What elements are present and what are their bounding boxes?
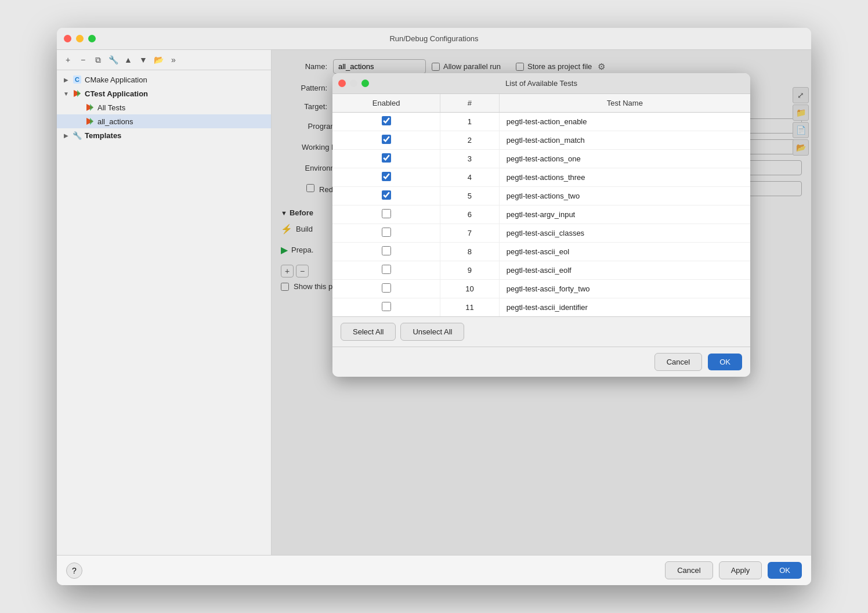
sidebar: + − ⧉ 🔧 ▲ ▼ 📂 » ▶ C CMake Application [57, 50, 272, 555]
sidebar-item-ctest[interactable]: ▼ CTest Application [57, 86, 271, 100]
svg-marker-1 [77, 90, 81, 97]
help-button[interactable]: ? [66, 562, 82, 579]
test-checkbox-5[interactable] [382, 190, 391, 200]
test-name-10: pegtl-test-ascii_forty_two [499, 280, 750, 298]
folder-button[interactable]: 📂 [152, 53, 165, 66]
bottom-bar: ? Cancel Apply OK [57, 555, 811, 585]
test-name-8: pegtl-test-ascii_eol [499, 243, 750, 261]
test-checkbox-8[interactable] [382, 246, 391, 255]
modal-min-button[interactable] [350, 80, 357, 87]
all-tests-icon [85, 102, 95, 113]
test-num-1: 1 [440, 113, 500, 131]
apply-button[interactable]: Apply [719, 561, 762, 579]
test-checkbox-3[interactable] [382, 153, 391, 163]
cmake-icon: C [72, 74, 82, 85]
col-enabled: Enabled [332, 94, 440, 113]
test-name-5: pegtl-test-actions_two [499, 187, 750, 205]
test-num-7: 7 [440, 224, 500, 243]
unselect-all-button[interactable]: Unselect All [400, 323, 464, 341]
select-all-button[interactable]: Select All [341, 323, 396, 341]
titlebar: Run/Debug Configurations [57, 28, 811, 50]
add-config-button[interactable]: + [62, 53, 74, 66]
test-checkbox-11[interactable] [382, 302, 391, 311]
modal-bottom-bar: Cancel OK [332, 347, 750, 377]
move-up-button[interactable]: ▲ [122, 53, 135, 66]
table-row: 3pegtl-test-actions_one [332, 150, 750, 168]
titlebar-controls [64, 35, 96, 42]
modal-cancel-button[interactable]: Cancel [654, 353, 702, 371]
test-num-10: 10 [440, 280, 500, 298]
col-number: # [440, 94, 500, 113]
ctest-app-label: CTest Application [85, 89, 148, 98]
table-row: 7pegtl-test-ascii_classes [332, 224, 750, 243]
test-num-6: 6 [440, 205, 500, 224]
ok-button[interactable]: OK [768, 562, 802, 579]
test-name-6: pegtl-test-argv_input [499, 205, 750, 224]
all-actions-icon [85, 116, 95, 127]
close-button[interactable] [64, 35, 71, 42]
all-actions-label: all_actions [97, 117, 133, 126]
test-checkbox-2[interactable] [382, 135, 391, 144]
sidebar-tree: ▶ C CMake Application ▼ CTest Applicatio… [57, 70, 271, 555]
maximize-button[interactable] [88, 35, 96, 42]
test-checkbox-6[interactable] [382, 209, 391, 218]
remove-config-button[interactable]: − [77, 53, 89, 66]
table-row: 5pegtl-test-actions_two [332, 187, 750, 205]
main-layout: + − ⧉ 🔧 ▲ ▼ 📂 » ▶ C CMake Application [57, 50, 811, 555]
move-down-button[interactable]: ▼ [137, 53, 150, 66]
modal-dialog: List of Available Tests Enabled # Test N… [332, 73, 750, 377]
templates-arrow-icon: ▶ [62, 131, 71, 140]
test-name-11: pegtl-test-ascii_identifier [499, 298, 750, 317]
test-checkbox-10[interactable] [382, 283, 391, 293]
test-num-2: 2 [440, 131, 500, 150]
table-row: 6pegtl-test-argv_input [332, 205, 750, 224]
main-window: Run/Debug Configurations + − ⧉ 🔧 ▲ ▼ 📂 »… [57, 28, 811, 585]
ctest-app-icon [72, 88, 82, 99]
copy-config-button[interactable]: ⧉ [92, 53, 104, 66]
test-name-9: pegtl-test-ascii_eolf [499, 261, 750, 280]
sidebar-item-templates[interactable]: ▶ 🔧 Templates [57, 128, 271, 142]
modal-overlay: List of Available Tests Enabled # Test N… [272, 50, 811, 555]
test-checkbox-4[interactable] [382, 172, 391, 181]
test-checkbox-1[interactable] [382, 116, 391, 125]
modal-ok-button[interactable]: OK [708, 354, 742, 370]
sidebar-toolbar: + − ⧉ 🔧 ▲ ▼ 📂 » [57, 50, 271, 70]
minimize-button[interactable] [76, 35, 84, 42]
test-name-1: pegtl-test-action_enable [499, 113, 750, 131]
content-area: Name: Allow parallel run Store as projec… [272, 50, 811, 555]
svg-marker-3 [90, 104, 93, 111]
sidebar-item-all-actions[interactable]: all_actions [57, 114, 271, 128]
test-name-2: pegtl-test-action_match [499, 131, 750, 150]
ctest-arrow-icon: ▼ [62, 89, 71, 98]
test-num-9: 9 [440, 261, 500, 280]
test-num-8: 8 [440, 243, 500, 261]
table-row: 2pegtl-test-action_match [332, 131, 750, 150]
more-button[interactable]: » [167, 53, 180, 66]
templates-label: Templates [85, 131, 121, 140]
modal-table-wrapper: Enabled # Test Name 1pegtl-test-action_e… [332, 94, 750, 316]
test-checkbox-9[interactable] [382, 265, 391, 274]
table-row: 1pegtl-test-action_enable [332, 113, 750, 131]
sidebar-item-all-tests[interactable]: All Tests [57, 100, 271, 114]
all-tests-label: All Tests [97, 103, 125, 112]
templates-icon: 🔧 [72, 130, 82, 140]
svg-marker-5 [90, 118, 93, 125]
test-num-4: 4 [440, 168, 500, 187]
modal-titlebar: List of Available Tests [332, 73, 750, 94]
table-row: 4pegtl-test-actions_three [332, 168, 750, 187]
test-name-7: pegtl-test-ascii_classes [499, 224, 750, 243]
modal-max-button[interactable] [361, 80, 369, 87]
wrench-config-button[interactable]: 🔧 [107, 53, 120, 66]
table-row: 8pegtl-test-ascii_eol [332, 243, 750, 261]
test-checkbox-7[interactable] [382, 228, 391, 237]
test-name-3: pegtl-test-actions_one [499, 150, 750, 168]
modal-close-button[interactable] [338, 80, 346, 87]
modal-title: List of Available Tests [505, 79, 577, 88]
test-num-3: 3 [440, 150, 500, 168]
cancel-button[interactable]: Cancel [665, 561, 713, 579]
window-title: Run/Debug Configurations [389, 34, 478, 43]
sidebar-item-cmake[interactable]: ▶ C CMake Application [57, 73, 271, 86]
modal-traffic-lights [338, 80, 369, 87]
modal-action-bar: Select All Unselect All [332, 316, 750, 347]
table-row: 9pegtl-test-ascii_eolf [332, 261, 750, 280]
